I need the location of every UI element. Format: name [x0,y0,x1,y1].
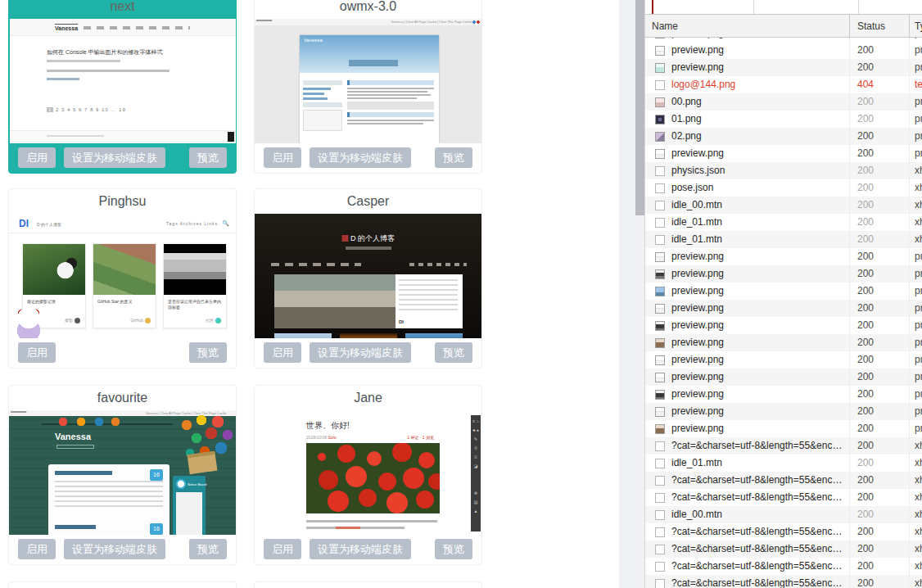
request-type: xhr [909,162,922,179]
network-request-row[interactable]: preview.png 200 png [645,283,922,300]
network-request-row[interactable]: preview.png 200 png [645,265,922,283]
network-request-row[interactable]: preview.png 200 png [645,145,922,162]
set-mobile-skin-button[interactable]: 设置为移动端皮肤 [310,342,411,363]
set-mobile-skin-button[interactable]: 设置为移动端皮肤 [64,539,165,559]
network-request-row[interactable]: physics.json 200 xhr [645,162,922,179]
preview-meta: 2018/10/08 Solo [306,435,336,440]
request-type: xhr [909,575,922,588]
request-name: 00.png [671,93,702,111]
preview-banner-chip [349,60,398,66]
scrollbar-thumb[interactable] [635,0,644,215]
request-name: ?cat=&charset=utf-8&length=55&enc… [671,575,842,588]
theme-preview-next: Vanessa 如何在 Console 中输出图片和的修改字体样式 1 2 3 … [10,19,237,143]
column-header-name[interactable]: Name [645,15,849,38]
network-request-row[interactable]: preview.png 200 png [645,300,922,317]
document-icon [655,545,665,554]
card-actions: 启用 设置为移动端皮肤 预览 [255,533,481,564]
preview-button[interactable]: 预览 [435,147,472,168]
network-request-row[interactable]: ?cat=&charset=utf-8&length=55&enc… 200 x… [645,489,922,506]
theme-card-jane: Jane 世界、你好! 2018/10/08 Solo 1 评论 · 1 浏览 … [254,385,482,565]
network-request-row[interactable]: ?cat=&charset=utf-8&length=55&enc… 200 x… [645,541,922,558]
network-request-row[interactable]: preview.png 200 png [645,386,922,403]
enable-button[interactable]: 启用 [264,342,301,363]
enable-button[interactable]: 启用 [18,342,56,363]
network-request-row[interactable]: idle_01.mtn 200 xhr [645,214,922,231]
notice-board-label: Notice Board [188,482,206,486]
set-mobile-skin-button[interactable]: 设置为移动端皮肤 [310,539,411,559]
column-header-status[interactable]: Status [849,15,909,38]
preview-post-tag: GitHub [130,318,151,323]
network-request-row[interactable]: ?cat=&charset=utf-8&length=55&enc… 200 x… [645,437,922,455]
preview-post-image [93,244,156,295]
preview-text-line [306,520,437,522]
request-name: preview.png [671,265,724,283]
request-status: 200 [849,42,909,59]
network-request-row[interactable]: idle_01.mtn 200 xhr [645,455,922,472]
preview-post-tag: 社区 [206,318,221,323]
network-request-row[interactable]: ?cat=&charset=utf-8&length=55&enc… 200 x… [645,558,922,575]
preview-red-label [11,411,26,414]
preview-button[interactable]: 预览 [435,539,472,559]
request-name: idle_00.mtn [671,197,722,214]
preview-post-card: 是否应该让用户自己来分类内容标签 社区 [163,243,227,328]
image-icon [655,38,665,38]
admin-toolbar: ≡ ⌂ ♣ ● ✎ ⚲ ⚿ ◪ ⚙ ▤ ▲ [471,415,481,531]
document-icon [655,493,665,503]
network-overview-strip[interactable] [645,0,922,15]
preview-post-image [23,244,85,295]
network-request-row[interactable]: preview.png 200 png [645,42,922,59]
network-request-row[interactable]: idle_01.mtn 200 xhr [645,231,922,248]
network-request-row[interactable]: preview.png 200 png [645,420,922,437]
preview-button[interactable]: 预览 [435,342,472,363]
network-request-row[interactable]: preview.png 200 png [645,403,922,420]
network-request-row[interactable]: pose.json 200 xhr [645,179,922,197]
request-type: xhr [909,489,922,506]
preview-content-panel: 16 16 [48,464,169,535]
preview-button[interactable]: 预览 [189,539,227,559]
preview-post-text [55,481,163,509]
network-request-row[interactable]: preview.png 200 png [645,351,922,369]
request-name-cell: preview.png [645,265,849,283]
network-request-row[interactable]: preview.png 200 png [645,248,922,265]
network-request-row[interactable]: 00.png 200 png [645,93,922,111]
notice-board-card [176,492,202,535]
theme-card-partial [8,581,237,588]
set-mobile-skin-button[interactable]: 设置为移动端皮肤 [310,147,411,168]
request-name-cell: preview.png [645,317,849,334]
request-name: ?cat=&charset=utf-8&length=55&enc… [671,523,842,541]
enable-button[interactable]: 启用 [264,147,301,168]
request-type: png [909,420,922,437]
preview-footer-logo: DI [399,319,404,324]
preview-post-caption: 是否应该让用户自己来分类内容标签 [168,299,222,310]
enable-button[interactable]: 启用 [18,147,56,168]
network-request-row[interactable]: logo@144.png 404 text [645,76,922,93]
network-request-row[interactable]: preview.png 200 png [645,59,922,76]
preview-blog-title: D 的个人博客 [37,222,61,227]
image-icon [655,46,665,56]
request-status: 200 [849,248,909,265]
network-request-row[interactable]: ?cat=&charset=utf-8&length=55&enc… 200 x… [645,523,922,541]
enable-button[interactable]: 启用 [18,539,56,559]
document-icon [655,235,665,245]
network-request-row[interactable]: idle_00.mtn 200 xhr [645,506,922,523]
network-request-row[interactable]: preview.png 200 png [645,317,922,334]
network-request-row[interactable]: 02.png 200 png [645,128,922,145]
preview-button[interactable]: 预览 [189,342,227,363]
enable-button[interactable]: 启用 [264,539,301,559]
network-request-row[interactable]: idle_00.mtn 200 xhr [645,197,922,214]
network-request-row[interactable]: preview.png 200 png [645,334,922,351]
document-icon [655,459,665,468]
preview-button[interactable]: 预览 [189,147,227,168]
network-request-row[interactable]: ?cat=&charset=utf-8&length=55&enc… 200 x… [645,472,922,489]
request-name: preview.png [671,300,724,317]
page-scrollbar[interactable] [635,0,644,588]
network-request-row[interactable]: 01.png 200 png [645,111,922,128]
set-mobile-skin-button[interactable]: 设置为移动端皮肤 [64,147,165,168]
column-header-type[interactable]: Type [909,15,922,38]
network-rows-viewport: preview.png 200 png preview.png 200 png … [645,38,922,588]
network-request-row[interactable]: ?cat=&charset=utf-8&length=55&enc… 200 x… [645,575,922,588]
preview-nav-right [409,263,467,266]
image-icon [655,252,665,262]
overview-divider [858,0,859,14]
network-request-row[interactable]: preview.png 200 png [645,369,922,386]
